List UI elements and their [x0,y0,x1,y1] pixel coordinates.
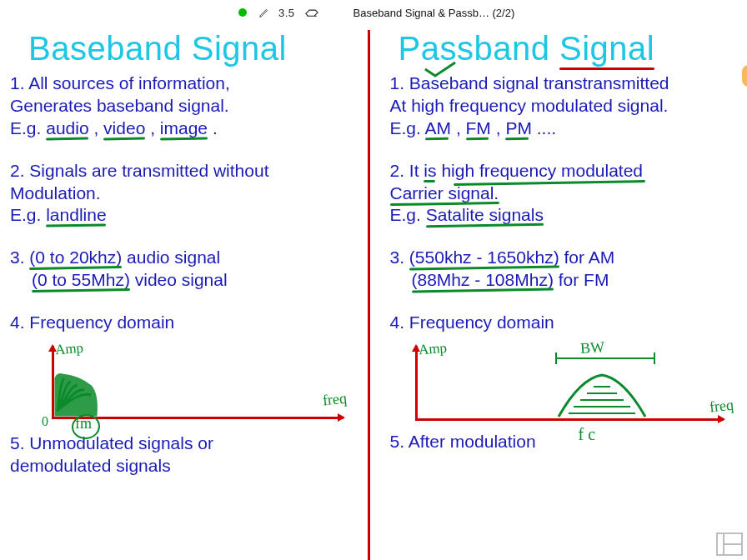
toolbar: 3.5 Baseband Signal & Passb… (2/2) [0,3,747,22]
right-point-2: 2. It is high frequency modulated Carrie… [390,160,733,228]
underline-pm: PM [505,118,532,138]
baseband-spectrum [54,370,99,417]
underline-am: AM [425,118,452,138]
text: 2. Signals are transmitted without [10,161,269,180]
doc-title: Baseband Signal & Passb… (2/2) [353,7,515,19]
text: 5. Unmodulated signals or [10,433,213,452]
baseband-column: Baseband Signal 1. All sources of inform… [0,30,370,560]
text: , [456,118,466,138]
text: E.g. [10,118,46,138]
eraser-icon[interactable] [303,7,320,18]
underline-image: image [160,118,208,138]
right-point-5: 5. After modulation [390,431,733,453]
baseband-title: Baseband Signal [28,30,353,68]
passband-column: Passband Signal 1. Baseband signal trans… [370,30,748,560]
text: video signal [135,270,228,289]
underline-am-range: (550khz - 1650khz) [409,248,559,267]
passband-spectrum [555,370,649,418]
underline-hfm [453,180,644,186]
zero-label: 0 [42,414,48,429]
left-point-3: 3. (0 to 20khz) audio signal (0 to 55Mhz… [10,247,353,292]
underline-satalite: Satalite signals [426,205,544,224]
underline-range-audio: (0 to 20khz) [29,248,122,267]
right-point-3: 3. (550khz - 1650khz) for AM (88Mhz - 10… [390,247,733,292]
pen-icon[interactable] [258,7,270,18]
text: E.g. [390,205,426,224]
underline-carrier: Carrier signal. [390,183,499,202]
baseband-graph: Amp 0 fm freq [35,346,343,424]
watermark-icon [715,532,744,557]
text: E.g. [10,205,46,224]
left-point-2: 2. Signals are transmitted without Modul… [10,160,353,228]
underline-range-video: (0 to 55Mhz) [32,270,130,289]
color-dot[interactable] [238,8,247,17]
underline-fm-range: (88Mhz - 108Mhz) [412,270,554,289]
underline-is: is [424,161,436,180]
text: 3. [390,248,409,267]
checkmark-icon [424,61,457,78]
bw-arrow [555,352,655,364]
text: Generates baseband signal. [10,96,229,115]
x-axis [415,418,724,421]
text: high frequency modulated [441,161,643,180]
left-point-5: 5. Unmodulated signals or demodulated si… [10,432,353,478]
text: for FM [559,270,609,289]
passband-graph: Amp BW freq f c [399,346,724,426]
text: At high frequency modulated signal. [390,96,669,115]
y-axis [415,346,418,421]
left-point-4: 4. Frequency domain [10,312,353,334]
text: , [93,118,103,138]
text: .... [537,118,556,138]
text: 1. All sources of information, [10,73,230,92]
underline-video: video [103,118,145,138]
text: demodulated signals [10,456,171,475]
underline-fm: FM [466,118,491,138]
text: for AM [564,248,614,267]
left-point-1: 1. All sources of information, Generates… [10,72,353,140]
text: , [150,118,160,138]
text: 3. [10,248,29,267]
content: Baseband Signal 1. All sources of inform… [0,30,747,560]
amp-label: Amp [54,340,83,358]
fc-label: f c [579,425,596,444]
stroke-size[interactable]: 3.5 [278,7,295,19]
right-point-4: 4. Frequency domain [390,312,733,334]
text: 2. It [390,161,424,180]
freq-label: freq [708,396,734,416]
text: E.g. [390,118,425,138]
freq-label: freq [322,389,348,409]
right-point-1: 1. Baseband signal transtransmitted At h… [390,72,733,140]
text: . [213,118,218,138]
underline-audio: audio [46,118,88,138]
underline-signal: Signal [559,30,654,67]
text: Modulation. [10,183,101,202]
text: , [496,118,506,138]
amp-label: Amp [418,340,447,358]
underline-landline: landline [46,205,106,224]
text: audio signal [127,248,220,267]
